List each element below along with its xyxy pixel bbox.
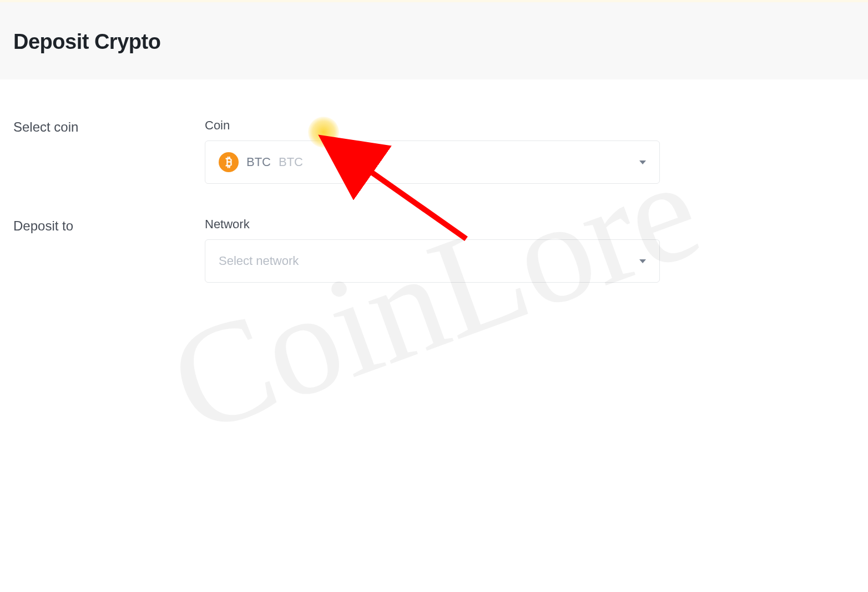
select-coin-row: Select coin Coin ₿ BTC BTC xyxy=(13,118,855,184)
coin-dropdown[interactable]: ₿ BTC BTC xyxy=(205,141,660,184)
bitcoin-icon: ₿ xyxy=(219,152,239,172)
network-dropdown[interactable]: Select network xyxy=(205,239,660,283)
page-title: Deposit Crypto xyxy=(13,30,855,54)
network-field: Network Select network xyxy=(205,217,660,283)
coin-name: BTC xyxy=(279,155,303,169)
deposit-to-row: Deposit to Network Select network xyxy=(13,217,855,283)
chevron-down-icon xyxy=(639,259,646,263)
form-content: Select coin Coin ₿ BTC BTC Deposit to Ne… xyxy=(0,79,868,296)
coin-symbol: BTC xyxy=(246,155,271,169)
page-header: Deposit Crypto xyxy=(0,0,868,79)
select-coin-field: Coin ₿ BTC BTC xyxy=(205,118,660,184)
select-coin-label: Select coin xyxy=(13,118,183,135)
coin-field-label: Coin xyxy=(205,118,660,133)
deposit-to-label: Deposit to xyxy=(13,217,183,234)
network-dropdown-value: Select network xyxy=(219,254,299,268)
network-field-label: Network xyxy=(205,217,660,232)
coin-dropdown-value: ₿ BTC BTC xyxy=(219,152,303,172)
chevron-down-icon xyxy=(639,160,646,164)
network-placeholder: Select network xyxy=(219,254,299,268)
